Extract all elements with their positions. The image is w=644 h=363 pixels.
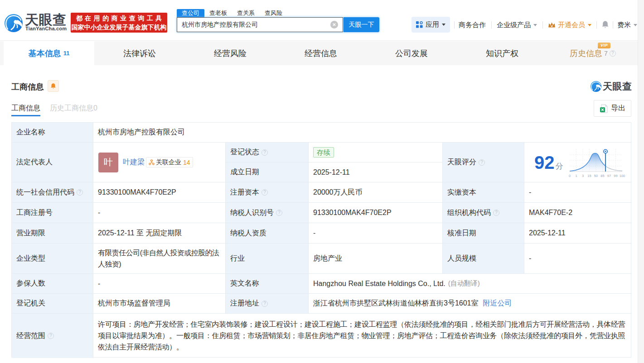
field-value: 2025-12-11	[309, 162, 443, 182]
value-text: -	[529, 254, 531, 263]
promo-line2: 国家中小企业发展子基金旗下机构	[71, 23, 167, 32]
label-text: 参保人数	[16, 279, 45, 288]
field-label: 纳税人识别号?	[226, 203, 309, 223]
menu-cooperation[interactable]: 商务合作	[459, 21, 486, 29]
watermark-logo: 天眼查	[591, 80, 632, 93]
nav-tab-history[interactable]: VIP 历史信息 7 ?	[547, 41, 638, 65]
export-label: 导出	[611, 104, 625, 113]
field-label: 统一社会信用代码?	[12, 182, 93, 203]
legal-rep-cell: 叶 叶建梁 关联企业 14	[93, 143, 226, 182]
score-value: 92	[534, 153, 555, 172]
value-text: 91330100MAK4F70E2P	[313, 209, 392, 217]
help-icon[interactable]: ?	[479, 159, 485, 166]
divider	[613, 21, 613, 29]
score-unit: 分	[556, 161, 563, 172]
field-value: 20000万人民币	[309, 182, 443, 203]
logo-title[interactable]: 天眼查	[25, 13, 67, 27]
label-text: 统一社会信用代码	[16, 188, 74, 197]
menu-user[interactable]: 费米	[617, 21, 637, 29]
logo-domain: TianYanCha.com	[25, 26, 67, 31]
help-icon[interactable]: ?	[276, 210, 282, 216]
nav-tab-label: 经营信息	[305, 48, 337, 59]
subtab-underline	[11, 115, 40, 116]
nearby-companies-link[interactable]: 附近公司	[483, 299, 512, 308]
bell-icon	[601, 20, 609, 29]
subtab-business-info[interactable]: 工商信息	[11, 104, 40, 113]
related-count: 14	[183, 159, 190, 166]
nav-tabs: 基本信息 11 法律诉讼 经营风险 经营信息 公司发展 知识产权 VIP 历史信…	[4, 41, 638, 65]
label-text: 工商注册号	[16, 208, 53, 218]
nav-tab-label: 历史信息	[570, 48, 602, 59]
nav-tab-legal[interactable]: 法律诉讼	[94, 41, 185, 65]
subscribe-bell-button[interactable]	[48, 80, 59, 92]
field-label: 企业名称	[12, 123, 93, 143]
help-icon[interactable]: ?	[610, 50, 616, 57]
label-text: 英文名称	[230, 279, 259, 288]
related-label: 关联企业	[156, 158, 181, 167]
nav-tab-development[interactable]: 公司发展	[366, 41, 457, 65]
export-button[interactable]: 导出	[594, 100, 631, 117]
nav-tab-basic-info[interactable]: 基本信息 11	[4, 41, 94, 65]
field-label: 工商注册号	[12, 203, 93, 223]
label-text: 营业期限	[16, 229, 45, 238]
label-text: 登记机关	[16, 299, 45, 308]
help-icon[interactable]: ?	[261, 189, 268, 196]
field-label: 登记状态?	[226, 143, 309, 162]
field-label: 注册资本?	[226, 182, 309, 203]
header: 天眼查 TianYanCha.com 都在用的商业查询工具 国家中小企业发展子基…	[0, 0, 644, 41]
score-distribution-chart: 0 1 3 15 50 85 97 99 100	[568, 148, 626, 179]
nav-tab-label: 经营风险	[214, 48, 247, 59]
scrollbar[interactable]	[638, 0, 644, 363]
search-tab-relation[interactable]: 查关系	[237, 9, 255, 17]
notification-bell[interactable]	[601, 20, 609, 29]
nav-tab-operation-info[interactable]: 经营信息	[276, 41, 366, 65]
help-icon[interactable]: ?	[261, 301, 268, 307]
nav-tab-operation-risk[interactable]: 经营风险	[185, 41, 276, 65]
svg-text:99: 99	[614, 174, 617, 178]
score-cell[interactable]: 92分	[524, 143, 632, 182]
field-value: 杭州市房地产控股有限公司	[93, 123, 632, 143]
label-text: 纳税人识别号	[230, 208, 274, 218]
value-text: 许可项目：房地产开发经营；住宅室内装饰装修；建设工程设计；建设工程施工；建设工程…	[98, 319, 625, 353]
nav-tab-ip[interactable]: 知识产权	[457, 41, 547, 65]
help-icon[interactable]: ?	[48, 333, 54, 339]
avatar[interactable]: 叶	[98, 153, 118, 172]
svg-text:50: 50	[594, 174, 597, 178]
clear-icon[interactable]: ✕	[330, 21, 338, 29]
field-label: 组织机构代码?	[443, 203, 524, 223]
label-text: 登记状态	[230, 148, 259, 157]
search-tab-company[interactable]: 查公司	[177, 9, 204, 17]
svg-text:0: 0	[568, 174, 570, 178]
field-label: 纳税人资质	[226, 223, 309, 244]
value-text: -	[529, 188, 531, 196]
menu-vip[interactable]: 开通会员	[548, 21, 591, 29]
svg-text:3: 3	[581, 174, 583, 178]
value-text: 杭州市市场监督管理局	[98, 299, 170, 308]
apps-button[interactable]: 应用	[412, 17, 450, 33]
help-icon[interactable]: ?	[77, 189, 83, 196]
menu-enterprise[interactable]: 企业级产品	[497, 21, 537, 29]
related-companies-button[interactable]: 关联企业 14	[146, 157, 193, 167]
field-label: 登记机关	[12, 294, 93, 314]
bell-icon	[50, 83, 56, 89]
crown-icon	[548, 22, 556, 28]
field-value: 存续	[309, 143, 443, 162]
field-value: -	[524, 244, 632, 274]
legal-rep-link[interactable]: 叶建梁	[123, 158, 145, 167]
subtab-history-business-info[interactable]: 历史工商信息0	[50, 104, 97, 113]
tianyancha-logo-icon[interactable]	[5, 14, 23, 32]
label-text: 天眼评分	[447, 158, 476, 167]
search-tab-boss[interactable]: 查老板	[209, 9, 227, 17]
search-input[interactable]	[177, 18, 343, 32]
search-tab-risk[interactable]: 查风险	[265, 9, 282, 17]
field-value: 杭州市市场监督管理局	[93, 294, 226, 314]
label-text: 注册资本	[230, 188, 259, 197]
field-label: 经营范围?	[12, 314, 93, 358]
search-button[interactable]: 天眼一下	[344, 17, 379, 32]
excel-icon	[600, 104, 608, 113]
label-text: 成立日期	[230, 167, 259, 177]
help-icon[interactable]: ?	[493, 210, 499, 216]
field-value: -	[309, 223, 443, 244]
divider	[454, 21, 455, 29]
help-icon[interactable]: ?	[261, 149, 268, 156]
